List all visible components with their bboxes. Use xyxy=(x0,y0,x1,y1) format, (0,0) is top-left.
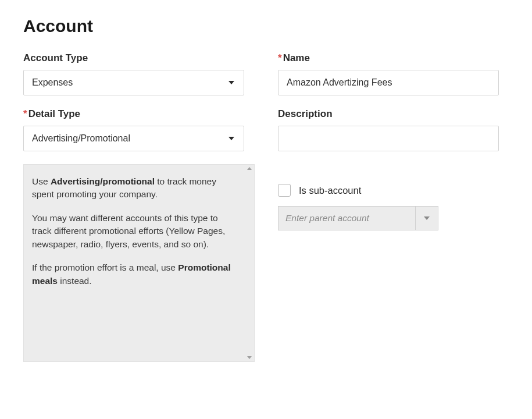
sub-account-label: Is sub-account xyxy=(299,185,361,196)
name-label: *Name xyxy=(278,52,499,64)
description-input-wrap xyxy=(278,126,499,151)
name-field: *Name xyxy=(278,52,499,95)
description-column: Description Is sub-account Enter parent … xyxy=(278,95,499,230)
sub-account-checkbox[interactable] xyxy=(278,184,291,197)
detail-type-value: Advertising/Promotional xyxy=(32,133,130,144)
help-paragraph: If the promotion effort is a meal, use P… xyxy=(32,261,239,287)
account-type-value: Expenses xyxy=(32,77,73,88)
help-paragraph: Use Advertising/promotional to track mon… xyxy=(32,175,239,201)
description-field: Description xyxy=(278,108,499,151)
name-input[interactable] xyxy=(287,70,490,95)
sub-account-row: Is sub-account xyxy=(278,184,499,197)
account-type-label: Account Type xyxy=(23,52,244,64)
description-label: Description xyxy=(278,108,499,120)
scroll-down-icon xyxy=(247,356,252,359)
parent-account-placeholder: Enter parent account xyxy=(278,206,415,230)
account-type-field: Account Type Expenses xyxy=(23,52,244,95)
account-form: Account Type Expenses *Name *Detail Type… xyxy=(23,52,509,362)
required-star-icon: * xyxy=(278,52,282,63)
scroll-up-icon xyxy=(247,167,252,170)
help-paragraph: You may want different accounts of this … xyxy=(32,212,239,251)
chevron-down-icon xyxy=(228,81,234,84)
detail-type-help-panel[interactable]: Use Advertising/promotional to track mon… xyxy=(23,164,255,362)
detail-type-select[interactable]: Advertising/Promotional xyxy=(23,126,244,151)
required-star-icon: * xyxy=(23,108,27,119)
name-input-wrap xyxy=(278,70,499,95)
page-title: Account xyxy=(23,16,509,36)
detail-type-label: *Detail Type xyxy=(23,108,244,120)
description-input[interactable] xyxy=(287,126,490,151)
chevron-down-icon xyxy=(228,137,234,140)
chevron-down-icon xyxy=(424,216,430,220)
detail-type-column: *Detail Type Advertising/Promotional Use… xyxy=(23,95,244,362)
parent-account-dropdown-button[interactable] xyxy=(415,206,438,230)
account-type-select[interactable]: Expenses xyxy=(23,70,244,95)
detail-type-field: *Detail Type Advertising/Promotional xyxy=(23,108,244,151)
parent-account-select[interactable]: Enter parent account xyxy=(278,206,438,230)
